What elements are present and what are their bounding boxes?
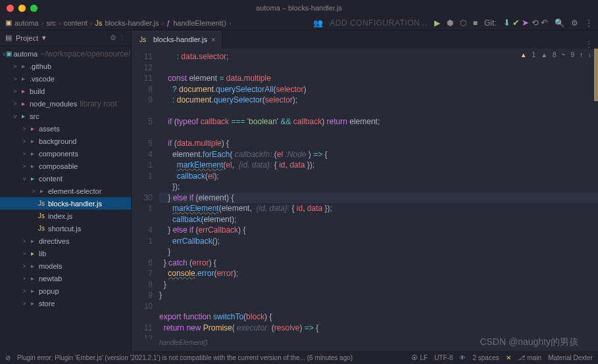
tree-item[interactable]: >▸lib <box>0 247 131 260</box>
titlebar: automa – blocks-handler.js <box>0 0 598 16</box>
tree-item[interactable]: >▸build <box>0 85 131 97</box>
editor-tabs: Js blocks-handler.js × ⋮ <box>132 30 598 49</box>
scroll-up-icon[interactable]: ↑ <box>580 51 583 58</box>
tree-item[interactable]: >▸element-selector <box>0 185 131 197</box>
toolbar: 👥 ADD CONFIGURATION... ▶ ⬢ ⬡ ■ Git: ⬇ ✔ … <box>313 18 593 28</box>
window-title: automa – blocks-handler.js <box>256 4 342 12</box>
coverage-button[interactable]: ⬡ <box>460 18 466 28</box>
vcs-actions: ⬇ ✔ ➤ ⟲ ↶ <box>503 18 548 28</box>
settings-icon[interactable]: ⚙ <box>571 18 578 28</box>
sidebar-settings-icon[interactable]: ⚙ ⋮ <box>110 34 126 42</box>
tree-item[interactable]: >▸components <box>0 147 131 160</box>
tab-blocks-handler[interactable]: Js blocks-handler.js × <box>132 30 222 49</box>
more-icon[interactable]: ⋮ <box>585 18 593 28</box>
debug-button[interactable]: ⬢ <box>447 18 453 28</box>
tools-icon[interactable]: ✕ <box>506 354 511 361</box>
scroll-down-icon[interactable]: ↓ <box>588 51 591 58</box>
maximize-window-button[interactable] <box>30 5 37 12</box>
inspections-widget[interactable]: ▲1 ▲8 ~9 ↑ ↓ <box>520 51 591 58</box>
watermark: CSDN @naughty的男孩 <box>480 336 578 348</box>
tree-item[interactable]: >▸node_moduleslibrary root <box>0 97 131 110</box>
editor: Js blocks-handler.js × ⋮ ▲1 ▲8 ~9 ↑ ↓ 11… <box>132 30 598 351</box>
tree-item[interactable]: >▸.github <box>0 60 131 72</box>
run-config-dropdown[interactable]: ADD CONFIGURATION... <box>330 18 427 28</box>
project-icon: ▣ <box>5 18 12 27</box>
root-name: automa <box>14 50 38 58</box>
tree-item[interactable]: >▸directives <box>0 235 131 247</box>
crumb-src[interactable]: src <box>46 19 56 27</box>
vcs-rollback-icon[interactable]: ↶ <box>541 18 548 28</box>
typo-icon: ~ <box>562 51 566 58</box>
js-file-icon: Js <box>138 36 147 43</box>
run-button[interactable]: ▶ <box>434 18 440 28</box>
tree-item[interactable]: >▸store <box>0 297 131 309</box>
tree-item[interactable]: >▸assets <box>0 122 131 135</box>
close-window-button[interactable] <box>7 5 14 12</box>
tree-item[interactable]: >▸.vscode <box>0 72 131 85</box>
status-error-icon[interactable]: ⊘ <box>5 354 11 361</box>
js-file-icon: Js <box>95 19 102 27</box>
minimize-window-button[interactable] <box>18 5 26 12</box>
theme-indicator[interactable]: Material Dexter <box>548 354 593 361</box>
tree-item[interactable]: >▸popup <box>0 284 131 297</box>
sidebar-header: ▤ Project ▾ ⚙ ⋮ <box>0 30 131 46</box>
tree-root[interactable]: v▣ automa ~/workspace/opensource/ <box>0 47 131 60</box>
tab-label: blocks-handler.js <box>153 35 207 43</box>
crumb-project[interactable]: automa <box>14 19 39 27</box>
tree-item[interactable]: >▸background <box>0 135 131 147</box>
vcs-push-icon[interactable]: ➤ <box>522 18 529 28</box>
weak-warning-icon: ▲ <box>541 51 547 58</box>
code-content[interactable]: : data.selector; const element = data.mu… <box>159 49 598 339</box>
tree-item[interactable]: >▸newtab <box>0 272 131 284</box>
eye-icon[interactable]: 👁 <box>459 354 466 361</box>
line-separator[interactable]: ⦿ LF <box>411 354 428 361</box>
vcs-history-icon[interactable]: ⟲ <box>532 18 539 28</box>
tree-item[interactable]: Jsindex.js <box>0 210 131 222</box>
function-icon: ƒ <box>166 19 170 27</box>
tree-item[interactable]: >▸models <box>0 260 131 272</box>
root-path: ~/workspace/opensource/ <box>40 49 130 58</box>
vcs-update-icon[interactable]: ⬇ <box>503 18 511 28</box>
stop-button[interactable]: ■ <box>473 18 478 28</box>
gutter[interactable]: 1112118955411301416789101112 <box>132 49 159 339</box>
project-tool-icon: ▤ <box>5 34 12 42</box>
crumb-content[interactable]: content <box>64 19 87 27</box>
tree-item[interactable]: Jsblocks-handler.js <box>0 197 131 210</box>
project-sidebar: ▤ Project ▾ ⚙ ⋮ v▣ automa ~/workspace/op… <box>0 30 132 351</box>
encoding[interactable]: UTF-8 <box>434 354 453 361</box>
vcs-commit-icon[interactable]: ✔ <box>512 18 520 28</box>
editor-more-icon[interactable]: ⋮ <box>580 39 598 49</box>
search-icon[interactable]: 🔍 <box>555 18 564 28</box>
user-icon[interactable]: 👥 <box>313 18 323 28</box>
tree-item[interactable]: >▸composable <box>0 160 131 172</box>
crumb-file[interactable]: blocks-handler.js <box>105 19 159 27</box>
navigation-bar: ▣ automa› src› content› Js blocks-handle… <box>0 16 598 30</box>
error-stripe[interactable] <box>594 49 598 101</box>
tree-item[interactable]: Jsshortcut.js <box>0 222 131 235</box>
indent[interactable]: 2 spaces <box>472 354 499 361</box>
statusbar: ⊘ Plugin error: Plugin 'Ember.js' (versi… <box>0 351 598 364</box>
git-branch[interactable]: ⎇ main <box>518 354 542 361</box>
project-tree[interactable]: v▣ automa ~/workspace/opensource/ >▸.git… <box>0 46 131 351</box>
warning-icon: ▲ <box>520 51 527 58</box>
sidebar-title[interactable]: Project <box>16 34 38 42</box>
status-message[interactable]: Plugin error: Plugin 'Ember.js' (version… <box>17 354 405 361</box>
sidebar-dropdown-icon[interactable]: ▾ <box>42 34 46 42</box>
tree-item[interactable]: v▸content <box>0 172 131 185</box>
crumb-function[interactable]: handleElement() <box>173 19 226 27</box>
git-label: Git: <box>484 18 497 28</box>
close-tab-icon[interactable]: × <box>211 35 215 43</box>
tree-item[interactable]: v▸src <box>0 110 131 122</box>
window-controls <box>0 5 37 12</box>
